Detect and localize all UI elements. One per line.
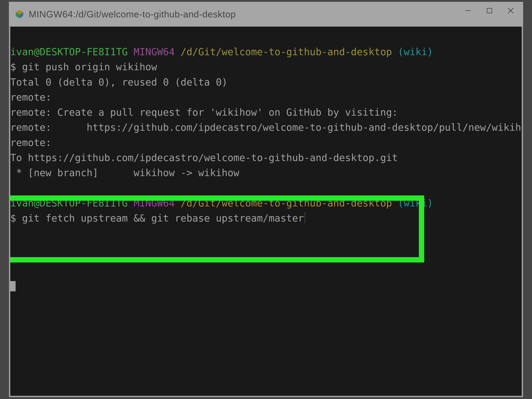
close-icon bbox=[507, 7, 514, 14]
svg-rect-5 bbox=[487, 8, 492, 13]
output-line: remote: bbox=[10, 135, 522, 150]
prompt-path: /d/Git/welcome-to-github-and-desktop bbox=[181, 46, 392, 57]
output-line: * [new branch] wikihow -> wikihow bbox=[10, 165, 522, 180]
maximize-button[interactable] bbox=[479, 2, 500, 19]
close-button[interactable] bbox=[500, 2, 521, 19]
prompt-env: MINGW64 bbox=[133, 197, 175, 209]
prompt-line-1: ivan@DESKTOP-FE8I1TG MINGW64 /d/Git/welc… bbox=[10, 44, 522, 59]
maximize-icon bbox=[486, 7, 493, 14]
mingw-icon bbox=[14, 9, 25, 19]
output-line: To https://github.com/ipdecastro/welcome… bbox=[10, 150, 522, 165]
output-line: Total 0 (delta 0), reused 0 (delta 0) bbox=[10, 75, 522, 90]
prompt-branch: (wiki) bbox=[398, 197, 433, 209]
terminal-content: ivan@DESKTOP-FE8I1TG MINGW64 /d/Git/welc… bbox=[10, 44, 522, 226]
prompt-env: MINGW64 bbox=[133, 46, 175, 57]
terminal-window: MINGW64:/d/Git/welcome-to-github-and-des… bbox=[9, 2, 523, 397]
prompt-path: /d/Git/welcome-to-github-and-desktop bbox=[181, 197, 392, 209]
output-line: remote: https://github.com/ipdecastro/we… bbox=[10, 120, 522, 135]
window-controls bbox=[457, 2, 521, 27]
prompt-branch: (wiki) bbox=[398, 46, 433, 57]
prompt-user: ivan@DESKTOP-FE8I1TG bbox=[10, 197, 128, 209]
prompt-user: ivan@DESKTOP-FE8I1TG bbox=[10, 46, 128, 57]
minimize-button[interactable] bbox=[457, 2, 479, 19]
blank-line bbox=[10, 180, 522, 196]
minimize-icon bbox=[464, 7, 472, 14]
command-text: $ git fetch upstream && git rebase upstr… bbox=[10, 212, 304, 224]
output-line: remote: bbox=[10, 90, 522, 105]
block-cursor-icon bbox=[10, 281, 16, 291]
command-1: $ git push origin wikihow bbox=[10, 59, 522, 75]
text-cursor-icon bbox=[304, 212, 305, 223]
titlebar[interactable]: MINGW64:/d/Git/welcome-to-github-and-des… bbox=[9, 2, 523, 27]
output-line: remote: Create a pull request for 'wikih… bbox=[10, 105, 522, 120]
prompt-line-2: ivan@DESKTOP-FE8I1TG MINGW64 /d/Git/welc… bbox=[10, 196, 522, 211]
window-title: MINGW64:/d/Git/welcome-to-github-and-des… bbox=[29, 9, 236, 19]
command-2: $ git fetch upstream && git rebase upstr… bbox=[10, 211, 522, 226]
terminal-body[interactable]: ivan@DESKTOP-FE8I1TG MINGW64 /d/Git/welc… bbox=[10, 27, 522, 396]
